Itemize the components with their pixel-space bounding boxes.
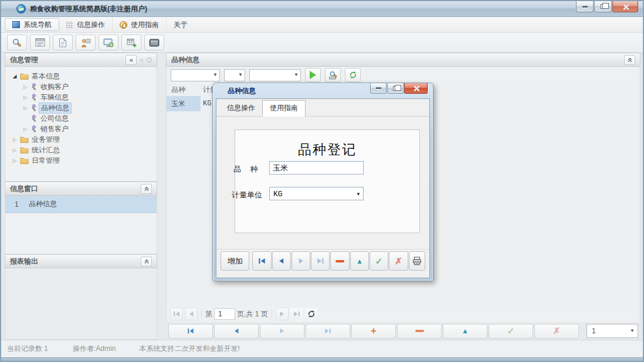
- menu-item-info-ops[interactable]: 信息操作: [59, 17, 113, 32]
- tree-item-label[interactable]: 公司信息: [40, 114, 69, 124]
- monitor-button[interactable]: [99, 35, 118, 50]
- form-view-button[interactable]: [30, 35, 50, 50]
- chevron-down-icon: ▼: [630, 328, 635, 333]
- tree-item-company-info[interactable]: 公司信息: [5, 113, 157, 124]
- tab-guide[interactable]: 使用指南: [262, 100, 306, 117]
- table-add-button[interactable]: [121, 35, 141, 50]
- collapse-left-button[interactable]: «: [126, 55, 137, 65]
- menu-item-guide[interactable]: 使用指南: [113, 17, 167, 32]
- reload-button[interactable]: [305, 308, 318, 320]
- record-delete-button[interactable]: [397, 324, 442, 339]
- last-page-button[interactable]: [290, 308, 303, 320]
- tree-collapsed-icon[interactable]: ▷: [22, 127, 29, 132]
- edit-button[interactable]: ▲: [350, 251, 369, 271]
- tree-collapsed-icon[interactable]: ▷: [22, 95, 29, 100]
- tree-item-variety-info[interactable]: ▷ 品种信息: [5, 103, 157, 113]
- tree-collapsed-icon[interactable]: ▷: [11, 137, 18, 142]
- delete-button[interactable]: [330, 251, 349, 271]
- next-record-button[interactable]: [292, 251, 310, 271]
- first-record-button[interactable]: [252, 251, 271, 271]
- collapse-panel-button[interactable]: [141, 257, 152, 267]
- tree-expanded-icon[interactable]: ◢: [11, 73, 18, 79]
- first-record-icon: [187, 327, 194, 334]
- menu-item-about[interactable]: 关于: [167, 17, 195, 32]
- tree-item-basic-info[interactable]: ◢ 基本信息: [5, 71, 157, 81]
- tree-item-business-manage[interactable]: ▷ 业务管理: [5, 134, 157, 145]
- tree-collapsed-icon[interactable]: ▷: [11, 158, 18, 163]
- panel-title: 报表输出: [10, 257, 38, 267]
- filter-value-select[interactable]: ▼: [249, 69, 301, 81]
- collapse-panel-button[interactable]: [141, 184, 152, 194]
- dialog-minimize-button[interactable]: [370, 83, 387, 94]
- printer-icon: [412, 257, 422, 265]
- tree-item-label[interactable]: 日常管理: [32, 156, 60, 166]
- tree-item-label[interactable]: 业务管理: [32, 135, 60, 145]
- tool-icon: [30, 115, 38, 122]
- tree-item-label[interactable]: 基本信息: [32, 71, 60, 81]
- close-button[interactable]: [612, 1, 638, 12]
- search-button[interactable]: [7, 35, 27, 50]
- check-icon: ✓: [507, 326, 515, 336]
- save-button[interactable]: ✓: [370, 251, 388, 271]
- dialog-close-button[interactable]: [404, 83, 428, 94]
- minimize-button[interactable]: [576, 1, 594, 12]
- filter-bar: ▼ ▼ ▼: [166, 67, 640, 83]
- tree-item-sales-customer[interactable]: ▷ 销售客户: [5, 124, 157, 134]
- page-number-input[interactable]: [214, 308, 235, 320]
- record-cancel-button[interactable]: ✗: [534, 324, 579, 339]
- menu-item-system-nav[interactable]: 系统导航: [5, 18, 59, 31]
- tree-item-label-selected[interactable]: 品种信息: [39, 103, 72, 114]
- cancel-button[interactable]: ✗: [389, 251, 408, 271]
- tree-collapsed-icon[interactable]: ▷: [22, 105, 29, 111]
- next-record-icon: [297, 257, 305, 265]
- console-button[interactable]: [144, 35, 164, 50]
- record-count-select[interactable]: 1 ▼: [587, 324, 638, 338]
- tree-item-label[interactable]: 销售客户: [40, 124, 69, 134]
- record-prev-button[interactable]: [214, 324, 259, 339]
- tree-item-label[interactable]: 车辆信息: [40, 93, 69, 103]
- tree-item-vehicle-info[interactable]: ▷ 车辆信息: [5, 92, 157, 103]
- tree-item-statistics[interactable]: ▷ 统计汇总: [5, 145, 157, 155]
- variety-input[interactable]: [269, 161, 364, 175]
- record-edit-button[interactable]: ▲: [443, 324, 487, 339]
- last-record-button[interactable]: [311, 251, 330, 271]
- record-next-button[interactable]: [260, 324, 304, 339]
- next-page-button[interactable]: [276, 308, 289, 320]
- list-item[interactable]: 1 品种信息: [5, 196, 157, 213]
- folder-icon: [20, 157, 29, 164]
- cancel-icon: ✗: [553, 326, 561, 336]
- tree-item-daily-manage[interactable]: ▷ 日常管理: [5, 155, 157, 166]
- titlebar[interactable]: 粮食收购管理系统简易版(非注册用户): [1, 1, 643, 17]
- refresh-button[interactable]: [345, 68, 361, 82]
- prev-page-button[interactable]: [185, 308, 198, 320]
- tree-item-purchase-customer[interactable]: ▷ 收购客户: [5, 81, 157, 92]
- dialog-maximize-button[interactable]: [387, 83, 404, 94]
- collapse-main-button[interactable]: [624, 55, 635, 65]
- tree-collapsed-icon[interactable]: ▷: [22, 84, 29, 90]
- unit-select[interactable]: KG ▼: [269, 187, 364, 200]
- statusbar: 当前记录数 1 操作者:Admin 本系统支持二次开发和全新开发!: [1, 340, 643, 357]
- print-button[interactable]: [409, 251, 425, 271]
- restore-button[interactable]: [594, 1, 612, 12]
- tree-item-label[interactable]: 统计汇总: [32, 145, 60, 155]
- record-first-button[interactable]: [168, 324, 213, 339]
- folder-icon: [20, 73, 29, 80]
- add-button[interactable]: 增加: [221, 251, 249, 271]
- prev-record-button[interactable]: [272, 251, 291, 271]
- filter-operator-select[interactable]: ▼: [224, 69, 245, 81]
- filter-field-select[interactable]: ▼: [171, 69, 220, 81]
- record-post-button[interactable]: ✓: [489, 324, 533, 339]
- grid-column-variety[interactable]: 品种: [167, 85, 201, 95]
- restore-icon: [601, 4, 606, 9]
- grid-cell-variety[interactable]: 玉米: [167, 96, 201, 111]
- document-button[interactable]: [53, 35, 73, 50]
- tab-info-ops[interactable]: 信息操作: [220, 101, 262, 116]
- tree-collapsed-icon[interactable]: ▷: [11, 148, 18, 153]
- record-add-button[interactable]: +: [351, 324, 396, 339]
- record-last-button[interactable]: [306, 324, 350, 339]
- advanced-search-button[interactable]: [325, 68, 341, 82]
- user-report-button[interactable]: [76, 35, 96, 50]
- tree-item-label[interactable]: 收购客户: [40, 82, 69, 92]
- run-query-button[interactable]: [305, 68, 321, 82]
- first-page-button[interactable]: [170, 308, 183, 320]
